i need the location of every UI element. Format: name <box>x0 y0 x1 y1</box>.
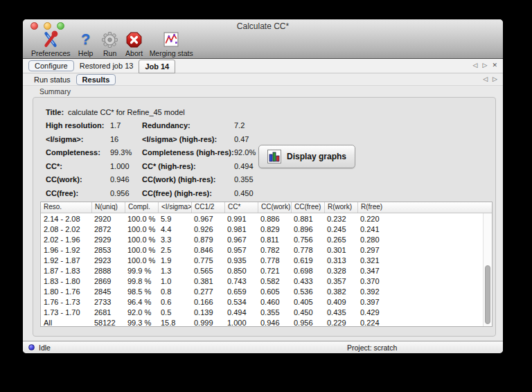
table-cell: 0.534 <box>224 298 258 306</box>
sub-tab-bar: Run status Results ◁ ▷ <box>23 73 503 86</box>
table-cell: 58122 <box>91 319 125 327</box>
column-header[interactable]: R(work) <box>324 202 357 213</box>
stat-label: Redundancy: <box>142 121 234 130</box>
toolbar: Preferences ? Help <box>23 31 503 60</box>
table-row[interactable]: 2.08 - 2.022872100.0 %4.40.9260.9810.829… <box>41 224 492 234</box>
table-cell: 15.8 <box>158 319 191 327</box>
table-cell: 3.3 <box>158 235 191 244</box>
table-cell: 0.967 <box>191 215 224 223</box>
abort-label: Abort <box>125 49 143 57</box>
tab-restored-job-13[interactable]: Restored job 13 <box>74 61 139 71</box>
table-row[interactable]: 1.83 - 1.80286999.8 %1.00.3810.7430.5820… <box>41 276 492 286</box>
summary-row: CC(free): 0.956 CC(free) (high-res): 0.4… <box>46 186 495 200</box>
table-cell: 0.778 <box>258 256 291 265</box>
merging-stats-button[interactable]: Merging stats <box>150 30 193 57</box>
table-cell: 0.846 <box>191 246 224 254</box>
column-header[interactable]: R(free) <box>357 202 391 213</box>
tab-job-14[interactable]: Job 14 <box>139 60 175 73</box>
column-header[interactable]: N(uniq) <box>91 202 125 213</box>
table-cell: 99.3 % <box>125 319 158 327</box>
column-header[interactable]: Reso. <box>41 202 91 213</box>
table-cell: 0.775 <box>191 256 224 265</box>
table-cell: 0.232 <box>324 215 357 223</box>
column-header[interactable]: CC(work) <box>258 202 291 213</box>
tab-configure[interactable]: Configure <box>28 60 74 71</box>
table-cell: 0.139 <box>191 308 224 317</box>
table-cell: 2872 <box>91 225 125 233</box>
stat-value: 0.494 <box>234 162 254 170</box>
tab-scroll-right-icon[interactable]: ▷ <box>483 62 488 69</box>
table-cell: 1.92 - 1.87 <box>41 256 91 265</box>
tab-close-icon[interactable]: ✕ <box>492 62 497 69</box>
table-row[interactable]: 1.76 - 1.73273396.4 %0.60.1660.5340.4600… <box>41 296 492 307</box>
display-graphs-button[interactable]: Display graphs <box>258 145 355 168</box>
tab-run-status[interactable]: Run status <box>28 75 76 84</box>
table-cell: 0.166 <box>191 298 224 306</box>
table-cell: 1.87 - 1.83 <box>41 267 91 275</box>
table-cell: 0.321 <box>357 256 391 265</box>
run-label: Run <box>103 49 116 57</box>
table-cell: 99.9 % <box>125 267 158 275</box>
summary-title-row: Title: calculate CC* for Refine_45 model <box>46 105 495 119</box>
table-cell: 0.355 <box>258 308 291 317</box>
table-cell: 0.778 <box>291 246 324 254</box>
stat-label: CC*: <box>46 162 110 170</box>
table-row[interactable]: 1.87 - 1.83288899.9 %1.30.5650.8500.7210… <box>41 265 492 276</box>
table-cell: 0.382 <box>324 287 357 296</box>
results-table-header: Reso.N(uniq)Compl.<I/sigma>CC1/2CC*CC(wo… <box>41 202 492 213</box>
stat-value: 0.946 <box>110 175 142 184</box>
table-cell: 0.301 <box>324 246 357 254</box>
table-cell: 0.8 <box>158 287 191 296</box>
column-header[interactable]: Compl. <box>125 202 158 213</box>
table-cell: 5.9 <box>158 215 191 223</box>
stat-value: 1.000 <box>110 162 142 170</box>
table-cell: 0.370 <box>357 277 391 285</box>
table-cell: 0.297 <box>357 246 391 254</box>
column-header[interactable]: CC(free) <box>291 202 324 213</box>
table-cell: 0.328 <box>324 267 357 275</box>
table-cell: 0.956 <box>291 319 324 327</box>
table-cell: 1.000 <box>224 319 258 327</box>
table-row[interactable]: 1.92 - 1.872923100.0 %1.90.7750.9350.778… <box>41 255 492 265</box>
table-scrollbar[interactable] <box>483 213 492 326</box>
preferences-button[interactable]: Preferences <box>31 30 71 57</box>
table-row[interactable]: 1.80 - 1.76284598.5 %0.80.2770.6590.6050… <box>41 286 492 296</box>
table-cell: 2733 <box>91 298 125 306</box>
tab-results[interactable]: Results <box>76 74 116 85</box>
summary-caption-row: Summary <box>23 86 503 97</box>
table-row[interactable]: All5812299.3 %15.80.9991.0000.9460.9560.… <box>41 317 492 327</box>
column-header[interactable]: CC1/2 <box>191 202 224 213</box>
table-scrollbar-thumb[interactable] <box>485 265 490 324</box>
table-cell: 2929 <box>91 235 125 244</box>
table-row[interactable]: 1.96 - 1.922853100.0 %2.50.8460.9570.782… <box>41 244 492 255</box>
table-row[interactable]: 1.73 - 1.70268192.0 %0.50.1390.4940.3550… <box>41 307 492 317</box>
table-cell: 0.981 <box>224 225 258 233</box>
table-cell: 2.5 <box>158 246 191 254</box>
table-row[interactable]: 2.02 - 1.962929100.0 %3.30.8790.9670.811… <box>41 234 492 244</box>
stat-value: 0.450 <box>234 189 254 197</box>
help-button[interactable]: ? Help <box>77 30 95 57</box>
tab-scroll-left-icon[interactable]: ◁ <box>473 62 478 69</box>
table-cell: 1.73 - 1.70 <box>41 308 91 317</box>
table-cell: 0.756 <box>291 235 324 244</box>
table-cell: 0.991 <box>224 215 258 223</box>
table-cell: 0.619 <box>291 256 324 265</box>
table-cell: 99.8 % <box>125 277 158 285</box>
column-header[interactable]: CC* <box>224 202 258 213</box>
table-row[interactable]: 2.14 - 2.082920100.0 %5.90.9670.9910.886… <box>41 213 492 224</box>
table-cell: 0.220 <box>357 215 391 223</box>
column-header[interactable]: <I/sigma> <box>158 202 191 213</box>
abort-button[interactable]: Abort <box>125 30 143 57</box>
subtab-scroll-right-icon[interactable]: ▷ <box>493 76 497 82</box>
stat-value: 1.7 <box>110 121 142 130</box>
title-value: calculate CC* for Refine_45 model <box>68 108 185 116</box>
run-button[interactable]: Run <box>101 30 119 57</box>
table-cell: 2.14 - 2.08 <box>41 215 91 223</box>
results-table: Reso.N(uniq)Compl.<I/sigma>CC1/2CC*CC(wo… <box>40 202 493 327</box>
table-cell: 0.229 <box>324 319 357 327</box>
table-cell: 2.02 - 1.96 <box>41 235 91 244</box>
table-cell: 0.381 <box>191 277 224 285</box>
help-label: Help <box>78 49 94 57</box>
subtab-scroll-left-icon[interactable]: ◁ <box>483 76 488 82</box>
table-cell: 0.946 <box>258 319 291 327</box>
